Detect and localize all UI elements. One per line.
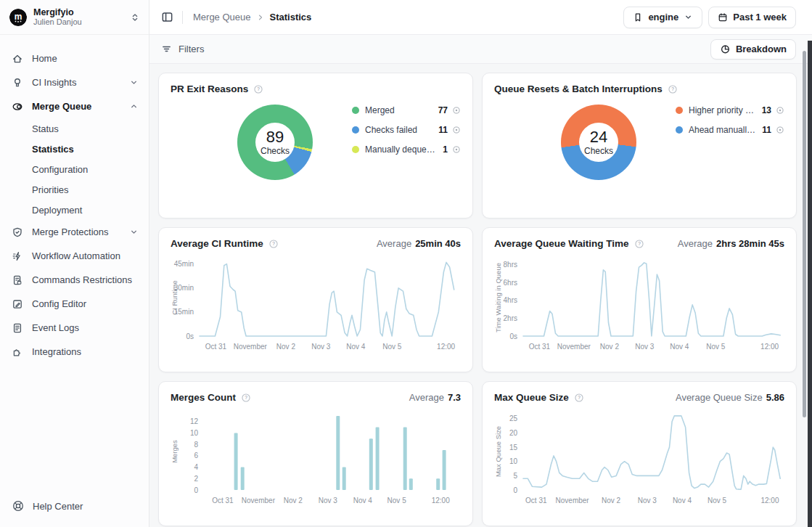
sidebar-item-label: CI Insights: [32, 77, 129, 88]
legend-label: Manually dequeued: [365, 144, 437, 155]
x-tick-label: Nov 4: [353, 497, 373, 504]
card-average-ci-runtime: Average CI Runtime ? Average25min 40s 45…: [158, 227, 473, 372]
x-tick-label: Nov 2: [276, 343, 296, 351]
donut-center-value: 89: [266, 129, 284, 145]
help-icon[interactable]: ?: [574, 393, 584, 403]
filters-button[interactable]: Filters: [161, 44, 204, 54]
filter-icon: [161, 44, 172, 54]
card-title: Max Queue Size: [494, 392, 569, 403]
x-tick-label: November: [557, 343, 591, 351]
card-queue-resets: Queue Resets & Batch Interruptions ? 24 …: [482, 73, 797, 218]
y-tick-label: 8hrs: [504, 261, 517, 269]
sidebar-item-label: Integrations: [32, 346, 139, 357]
x-tick-label: Nov 5: [387, 497, 407, 504]
sidebar-item-ci-insights[interactable]: CI Insights: [0, 70, 149, 94]
legend-color-dot: [352, 126, 359, 134]
repo-selector[interactable]: engine: [623, 7, 702, 28]
x-tick-label: November: [234, 343, 268, 351]
legend-item[interactable]: Higher priority q...13: [676, 103, 784, 118]
breadcrumb-parent[interactable]: Merge Queue: [193, 12, 251, 23]
help-icon[interactable]: ?: [634, 239, 644, 249]
chevron-down-icon: [129, 227, 139, 237]
x-tick-label: 12:00: [437, 343, 455, 351]
chart-legend: Higher priority q...13Ahead manually ...…: [676, 103, 784, 142]
sidebar-item-statistics[interactable]: Statistics: [0, 139, 149, 159]
sidebar-item-label: Merge Queue: [32, 101, 129, 112]
calendar-icon: [718, 12, 728, 23]
legend-item[interactable]: Checks failed11: [352, 123, 461, 137]
y-tick-label: 2: [194, 475, 198, 483]
sidebar-item-integrations[interactable]: Integrations: [0, 340, 149, 364]
select-updown-icon[interactable]: [130, 12, 140, 23]
svg-text:?: ?: [671, 86, 674, 91]
repo-selector-value: engine: [648, 12, 678, 23]
y-tick-label: 0: [194, 486, 198, 494]
x-tick-label: Oct 31: [525, 497, 547, 504]
card-merges-count: Merges Count ? Average7.3 121086420Oct 3…: [158, 381, 473, 526]
sidebar-item-deployment[interactable]: Deployment: [0, 200, 149, 220]
y-tick-label: 8: [194, 441, 198, 449]
visibility-toggle-icon[interactable]: [776, 106, 784, 115]
sidebar-item-label: Status: [32, 123, 59, 134]
y-tick-label: 0: [513, 486, 517, 494]
sidebar-item-merge-queue[interactable]: Merge Queue: [0, 94, 149, 118]
legend-item[interactable]: Manually dequeued1: [352, 142, 461, 157]
y-tick-label: 6hrs: [504, 279, 517, 287]
x-tick-label: Nov 2: [600, 343, 620, 351]
scrollbar-thumb[interactable]: [803, 51, 806, 417]
help-icon[interactable]: ?: [241, 393, 251, 403]
legend-item[interactable]: Ahead manually ...11: [676, 123, 784, 137]
sidebar-item-commands-restrictions[interactable]: Commands Restrictions: [0, 268, 149, 292]
line-chart[interactable]: 2520151050Oct 31NovemberNov 2Nov 3Nov 4N…: [494, 406, 784, 510]
donut-chart[interactable]: 89 Checks: [237, 105, 313, 180]
legend-value: 1: [443, 144, 448, 155]
workspace-name: Mergifyio: [33, 7, 130, 17]
bar-chart[interactable]: 121086420Oct 31NovemberNov 2Nov 3Nov 4No…: [171, 406, 461, 510]
sidebar-item-event-logs[interactable]: Event Logs: [0, 316, 149, 340]
x-tick-label: 12:00: [760, 497, 779, 504]
card-title: Queue Resets & Batch Interruptions: [494, 83, 663, 94]
help-icon[interactable]: ?: [268, 239, 279, 249]
sidebar-toggle-icon[interactable]: [161, 11, 173, 23]
line-chart[interactable]: 45min30min15min0sOct 31NovemberNov 2Nov …: [171, 252, 461, 356]
sidebar-item-configuration[interactable]: Configuration: [0, 159, 149, 179]
sidebar-item-config-editor[interactable]: Config Editor: [0, 292, 149, 316]
help-center-link[interactable]: Help Center: [12, 499, 83, 512]
y-axis-title: Merges: [171, 440, 179, 463]
time-range-button[interactable]: Past 1 week: [708, 7, 796, 28]
card-average-queue-waiting-time: Average Queue Waiting Time ? Average2hrs…: [482, 227, 797, 372]
sidebar-item-home[interactable]: Home: [0, 46, 149, 70]
filters-bar: Filters Breakdown: [149, 35, 812, 64]
y-axis-title: Max Queue Size: [494, 426, 502, 477]
sidebar-nav: Home CI Insights Merge Queue Status Stat…: [0, 35, 149, 364]
legend-item[interactable]: Merged77: [352, 103, 461, 118]
dashboard-grid: PR Exit Reasons ? 89 Checks Merged77Chec…: [149, 64, 812, 527]
sidebar-item-status[interactable]: Status: [0, 118, 149, 139]
series-line: [523, 263, 780, 336]
sidebar-item-priorities[interactable]: Priorities: [0, 179, 149, 200]
breakdown-button[interactable]: Breakdown: [710, 39, 796, 60]
workspace-switcher[interactable]: m Mergifyio Julien Danjou: [0, 0, 149, 35]
y-axis-title: CI Runtime: [171, 280, 179, 315]
x-tick-label: Nov 5: [708, 497, 727, 504]
bar: [336, 416, 340, 490]
sidebar-item-workflow-automation[interactable]: Workflow Automation: [0, 244, 149, 268]
visibility-toggle-icon[interactable]: [776, 126, 784, 134]
donut-chart[interactable]: 24 Checks: [561, 105, 636, 180]
visibility-toggle-icon[interactable]: [452, 106, 461, 115]
x-tick-label: 12:00: [432, 497, 450, 504]
visibility-toggle-icon[interactable]: [452, 145, 461, 154]
help-icon[interactable]: ?: [253, 84, 263, 94]
visibility-toggle-icon[interactable]: [452, 126, 461, 134]
help-icon[interactable]: ?: [668, 84, 678, 94]
sidebar-item-label: Workflow Automation: [32, 250, 139, 261]
sidebar-item-merge-protections[interactable]: Merge Protections: [0, 220, 149, 244]
x-tick-label: Nov 2: [284, 497, 303, 504]
legend-value: 13: [762, 105, 771, 115]
legend-value: 11: [438, 125, 448, 135]
x-tick-label: Nov 4: [670, 343, 689, 351]
y-tick-label: 10: [509, 457, 518, 465]
workspace-user: Julien Danjou: [33, 17, 130, 27]
line-chart[interactable]: 8hrs6hrs4hrs2hrs0sOct 31NovemberNov 2Nov…: [494, 252, 784, 356]
x-tick-label: Nov 3: [635, 343, 655, 351]
